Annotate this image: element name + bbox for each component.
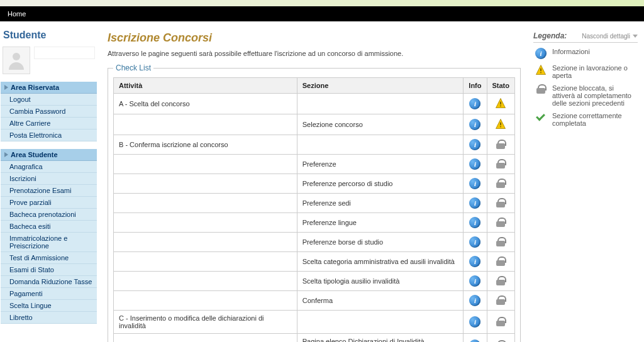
info-icon[interactable] [469,256,480,267]
home-link[interactable]: Home [0,7,33,21]
table-row: Conferma [114,291,515,311]
cell-attivita [114,114,297,135]
cell-sezione: Conferma [297,291,464,311]
nav-item[interactable]: Iscrizioni [1,173,97,185]
table-row: Preferenze [114,155,515,174]
cell-info [464,194,487,213]
cell-info [464,291,487,311]
info-icon[interactable] [469,158,480,170]
cell-attivita [114,291,297,311]
nav-item[interactable]: Cambia Password [1,106,97,118]
cell-info [464,252,487,272]
table-row: B - Conferma iscrizione al concorso [114,135,515,155]
info-icon[interactable] [469,295,480,306]
legend-text: Informazioni [552,48,590,55]
cell-info [464,135,487,155]
user-name-card [34,47,95,59]
nav-item[interactable]: Immatricolazione e Preiscrizione [1,233,97,252]
cell-sezione: Preferenze [297,155,464,174]
info-icon[interactable] [469,275,480,287]
nav-item[interactable]: Libretto [1,312,97,324]
checklist-legend: Check List [113,63,153,72]
lock-icon [496,237,505,246]
svg-rect-2 [501,102,502,105]
legend-row: Informazioni [533,43,638,59]
nav-item[interactable]: Prenotazione Esami [1,185,97,197]
table-row: Preferenze percorso di studio [114,174,515,194]
legend-toggle[interactable]: Nascondi dettagli [582,33,638,40]
nav-item[interactable]: Logout [1,94,97,106]
legend-panel: Legenda: Nascondi dettagli InformazioniS… [531,28,644,342]
lock-icon [496,179,505,188]
th-sezione: Sezione [297,78,464,94]
nav-item[interactable]: Prove parziali [1,197,97,209]
lock-icon [496,295,505,305]
table-row: Preferenze lingue [114,213,515,233]
info-icon[interactable] [469,98,480,109]
cell-info [464,155,487,174]
nav-item[interactable]: Bacheca prenotazioni [1,209,97,221]
cell-stato [487,272,515,291]
cell-stato [487,213,515,233]
cell-attivita [114,213,297,233]
cell-attivita [114,252,297,272]
nav-item[interactable]: Esami di Stato [1,264,97,276]
lock-icon [496,159,505,168]
cell-attivita [114,334,297,343]
th-stato: Stato [487,78,515,94]
legend-title: Legenda: [533,31,567,40]
nav-item[interactable]: Scelta Lingue [1,300,97,312]
nav-header[interactable]: Area Riservata [1,82,97,94]
checklist-fieldset: Check List Attività Sezione Info Stato A… [108,63,521,342]
cell-info [464,233,487,252]
lock-icon [496,276,505,285]
info-icon[interactable] [469,139,480,150]
lock-icon [496,256,505,266]
nav-item[interactable]: Posta Elettronica [1,130,97,141]
nav-header[interactable]: Area Studente [1,149,97,161]
cell-attivita [114,174,297,194]
table-row: A - Scelta del concorso [114,94,515,114]
cell-attivita [114,194,297,213]
cell-stato [487,155,515,174]
info-icon[interactable] [469,178,480,189]
cell-stato [487,252,515,272]
nav-item[interactable]: Test di Ammissione [1,252,97,264]
nav-item[interactable]: Pagamenti [1,288,97,300]
browser-top-strip [0,0,644,6]
main-content: Iscrizione Concorsi Attraverso le pagine… [97,28,531,342]
svg-rect-9 [540,72,541,74]
top-nav-bar: Home [0,6,644,21]
info-icon[interactable] [535,48,547,59]
nav-item[interactable]: Anagrafica [1,161,97,173]
cell-sezione: Preferenze sedi [297,194,464,213]
legend-row: Sezione correttamente completata [533,107,638,127]
cell-stato [487,174,515,194]
lock-icon [496,198,505,207]
table-row: Scelta categoria amministrativa ed ausil… [114,252,515,272]
nav-item[interactable]: Domanda Riduzione Tasse [1,276,97,288]
table-row: Scelta tipologia ausilio invalidità [114,272,515,291]
legend-row: Sezione in lavorazione o aperta [533,59,638,79]
info-icon[interactable] [469,339,480,342]
cell-attivita [114,233,297,252]
lock-icon [496,140,505,149]
cell-info [464,114,487,135]
info-icon[interactable] [469,119,480,130]
th-info: Info [464,78,487,94]
nav-item[interactable]: Altre Carriere [1,118,97,130]
table-row: Preferenze sedi [114,194,515,213]
cell-sezione: Preferenze percorso di studio [297,174,464,194]
cell-info [464,213,487,233]
info-icon[interactable] [469,236,480,248]
cell-info [464,311,487,334]
cell-stato [487,94,515,114]
cell-stato [487,291,515,311]
cell-sezione [297,135,464,155]
nav-item[interactable]: Bacheca esiti [1,221,97,233]
page-description: Attraverso le pagine seguenti sarà possi… [108,50,521,57]
info-icon[interactable] [469,217,480,228]
sidebar: Studente Area RiservataLogoutCambia Pass… [0,28,97,342]
info-icon[interactable] [469,197,480,209]
info-icon[interactable] [469,316,480,328]
